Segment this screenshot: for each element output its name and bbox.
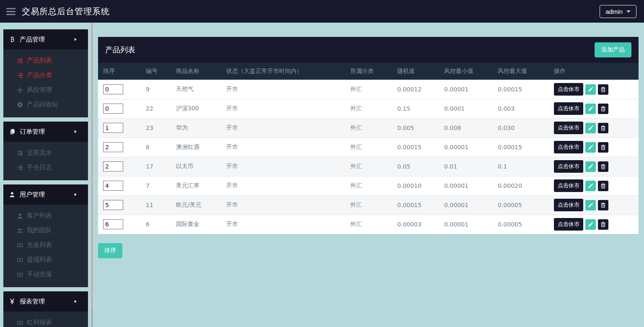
- edit-button[interactable]: [585, 181, 596, 191]
- trash-icon: [600, 183, 606, 189]
- sidebar-section-header[interactable]: 报表管理: [3, 291, 88, 311]
- sort-input[interactable]: [103, 161, 123, 171]
- list-indent-icon: [17, 73, 23, 78]
- cell-risk-max: 0.00020: [494, 176, 551, 195]
- add-product-button[interactable]: 添加产品: [595, 42, 631, 57]
- cell-random-value: 0.00012: [394, 80, 441, 99]
- sidebar-section-header[interactable]: 订单管理: [3, 122, 88, 142]
- sidebar-separator-scroll[interactable]: [91, 308, 93, 327]
- product-table-body: 9天然气开市外汇0.000120.000010.00015点击休市22沪深300…: [98, 80, 639, 234]
- cell-risk-min: 0.00001: [441, 80, 494, 99]
- user-menu-button[interactable]: admin: [600, 5, 636, 18]
- table-row: 11欧元/美元开市外汇0.000150.000010.00005点击休市: [98, 195, 639, 215]
- pencil-icon: [588, 125, 593, 131]
- cell-status: 开市: [223, 80, 347, 99]
- close-market-button[interactable]: 点击休市: [554, 102, 583, 115]
- sort-input[interactable]: [103, 142, 123, 152]
- sidebar-item[interactable]: 平仓日志: [3, 160, 88, 175]
- sidebar-section-header[interactable]: 产品管理: [3, 29, 88, 49]
- sidebar-item[interactable]: 提现列表: [3, 252, 88, 267]
- sidebar-item[interactable]: 手动充值: [3, 267, 88, 282]
- edit-button[interactable]: [585, 123, 596, 133]
- close-market-button[interactable]: 点击休市: [554, 218, 583, 231]
- cell-category: 外汇: [347, 99, 394, 118]
- close-market-button[interactable]: 点击休市: [554, 199, 583, 211]
- cell-status: 开市: [223, 138, 347, 157]
- close-market-button[interactable]: 点击休市: [554, 83, 583, 96]
- close-market-button[interactable]: 点击休市: [554, 141, 583, 153]
- cell-category: 外汇: [347, 80, 394, 99]
- cell-random-value: 0.00015: [394, 195, 441, 215]
- close-market-button[interactable]: 点击休市: [554, 160, 583, 173]
- sidebar: 产品管理产品列表产品分类风控管理产品回收站订单管理交易流水平仓日志用户管理客户列…: [0, 23, 88, 327]
- edit-button[interactable]: [585, 104, 596, 114]
- sidebar-section: 报表管理红利报表佣金报表资金报表: [3, 291, 88, 327]
- sidebar-section-label: 报表管理: [20, 298, 45, 306]
- cell-risk-max: 0.030: [494, 118, 551, 138]
- cell-sort: [98, 215, 142, 234]
- close-market-button[interactable]: 点击休市: [554, 179, 583, 192]
- cell-actions: 点击休市: [551, 195, 639, 215]
- panel-header: 产品列表 添加产品: [98, 37, 639, 63]
- delete-button[interactable]: [598, 123, 608, 133]
- main-content: 产品列表 添加产品 排序编号商品名称状态（大盘正常开市时间内）所属分类随机值风控…: [98, 37, 639, 327]
- sidebar-item[interactable]: 红利报表: [3, 315, 88, 327]
- sidebar-item[interactable]: 交易流水: [3, 145, 88, 160]
- menu-toggle-icon[interactable]: [0, 8, 22, 15]
- cell-risk-max: 0.00015: [494, 138, 551, 157]
- sort-input[interactable]: [103, 123, 123, 133]
- delete-button[interactable]: [598, 84, 608, 95]
- sidebar-item[interactable]: 产品回收站: [3, 97, 88, 112]
- cell-risk-min: 0.008: [441, 118, 494, 138]
- sort-input[interactable]: [103, 219, 123, 229]
- cell-risk-min: 0.00001: [441, 176, 494, 195]
- sidebar-section: 用户管理客户列表我的团队充值列表提现列表手动充值: [3, 184, 88, 287]
- cell-id: 6: [142, 215, 173, 234]
- cell-id: 8: [142, 138, 173, 157]
- cell-id: 23: [142, 118, 173, 138]
- delete-button[interactable]: [598, 142, 608, 153]
- cell-random-value: 0.00010: [394, 176, 441, 195]
- caret-right-icon: [73, 192, 78, 197]
- actions-group: 点击休市: [554, 102, 635, 115]
- delete-button[interactable]: [598, 200, 608, 210]
- pencil-icon: [588, 202, 593, 208]
- list-icon: [17, 150, 23, 156]
- edit-button[interactable]: [585, 219, 596, 230]
- sort-input[interactable]: [103, 200, 123, 210]
- delete-button[interactable]: [598, 161, 608, 172]
- delete-button[interactable]: [598, 219, 608, 230]
- delete-button[interactable]: [598, 104, 608, 114]
- sort-input[interactable]: [103, 104, 123, 114]
- cell-actions: 点击休市: [551, 157, 639, 176]
- sidebar-submenu: 红利报表佣金报表资金报表: [3, 311, 88, 327]
- sidebar-item[interactable]: 产品分类: [3, 68, 88, 83]
- edit-button[interactable]: [585, 200, 596, 210]
- sort-input[interactable]: [103, 181, 123, 191]
- list-indent-icon: [17, 165, 23, 171]
- trash-icon: [600, 145, 606, 150]
- cell-category: 外汇: [347, 195, 394, 215]
- caret-right-icon: [73, 299, 78, 304]
- sidebar-item-label: 风控管理: [27, 86, 52, 94]
- edit-button[interactable]: [585, 142, 596, 153]
- sidebar-item[interactable]: 我的团队: [3, 223, 88, 238]
- sidebar-item-label: 手动充值: [27, 270, 52, 278]
- trash-icon: [600, 106, 606, 112]
- sort-button[interactable]: 排序: [98, 243, 122, 258]
- close-market-button[interactable]: 点击休市: [554, 122, 583, 134]
- cell-risk-max: 0.003: [494, 99, 551, 118]
- edit-button[interactable]: [585, 84, 596, 95]
- edit-button[interactable]: [585, 161, 596, 172]
- sidebar-item[interactable]: 产品列表: [3, 53, 88, 68]
- delete-button[interactable]: [598, 181, 608, 191]
- sort-input[interactable]: [103, 84, 123, 94]
- sidebar-item[interactable]: 充值列表: [3, 238, 88, 252]
- sidebar-item[interactable]: 风控管理: [3, 83, 88, 97]
- sidebar-item[interactable]: 客户列表: [3, 208, 88, 223]
- sidebar-item-label: 平仓日志: [27, 164, 52, 171]
- cell-status: 开市: [223, 99, 347, 118]
- sidebar-section-header[interactable]: 用户管理: [3, 184, 88, 205]
- cell-sort: [98, 195, 142, 215]
- product-list-panel: 产品列表 添加产品 排序编号商品名称状态（大盘正常开市时间内）所属分类随机值风控…: [98, 37, 639, 234]
